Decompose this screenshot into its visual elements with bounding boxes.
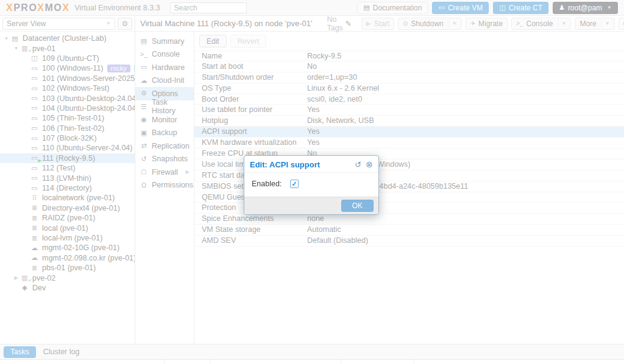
dialog-title: Edit: ACPI support (250, 160, 350, 169)
edit-acpi-dialog: Edit: ACPI support ↺ ⊗ Enabled: ✓ OK (244, 155, 379, 215)
ok-button[interactable]: OK (341, 200, 374, 212)
enabled-checkbox[interactable]: ✓ (290, 180, 299, 188)
undo-icon[interactable]: ↺ (355, 160, 361, 169)
close-icon[interactable]: ⊗ (366, 159, 373, 169)
enabled-label: Enabled: (252, 180, 290, 188)
